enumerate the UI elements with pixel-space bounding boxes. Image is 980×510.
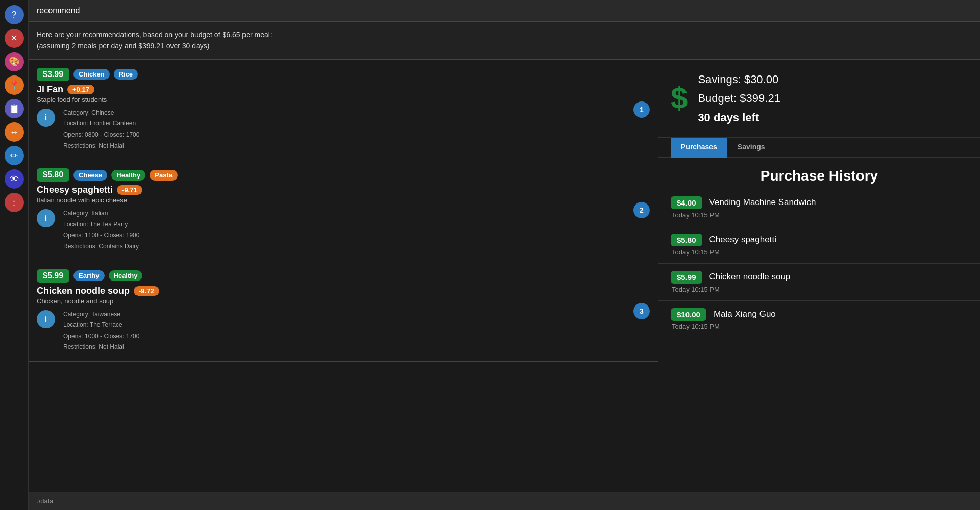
purchase-item-2-name: Chicken noodle soup (709, 272, 791, 282)
budget-info: Savings: $30.00 Budget: $399.21 30 days … (698, 70, 780, 127)
meal-3-desc: Chicken, noodle and soup (37, 297, 650, 305)
meal-card-2: $5.80 Cheese Healthy Pasta Cheesy spaghe… (29, 160, 658, 261)
chat-input-area (29, 0, 980, 22)
meal-3-details: i Category: Taiwanese Location: The Terr… (37, 309, 650, 353)
palette-icon[interactable]: 🎨 (5, 52, 24, 71)
pin-icon[interactable]: 📍 (5, 75, 24, 95)
question-icon[interactable]: ? (5, 5, 24, 24)
bottom-path: .\data (37, 497, 54, 505)
purchase-item-0: $4.00 Vending Machine Sandwich Today 10:… (658, 189, 980, 226)
purchase-item-2-time: Today 10:15 PM (672, 286, 968, 293)
budget-section: $ Savings: $30.00 Budget: $399.21 30 day… (658, 60, 980, 138)
meal-2-number: 2 (633, 202, 650, 218)
tab-savings[interactable]: Savings (727, 138, 775, 158)
meal-2-location: Location: The Tea Party (63, 219, 139, 231)
meal-2-price: $5.80 (37, 168, 69, 182)
meal-1-location: Location: Frontier Canteen (63, 118, 139, 130)
meal-3-info-icon[interactable]: i (37, 310, 55, 328)
close-icon[interactable]: ✕ (5, 29, 24, 48)
bottom-bar: .\data (29, 492, 980, 510)
budget-line: Budget: $399.21 (698, 89, 780, 108)
response-line2: (assuming 2 meals per day and $399.21 ov… (37, 40, 972, 52)
meal-1-score: +0.17 (67, 85, 94, 94)
meal-3-location: Location: The Terrace (63, 320, 139, 331)
purchase-item-0-name: Vending Machine Sandwich (709, 197, 816, 208)
meal-1-tag-chicken: Chicken (74, 69, 110, 80)
meal-2-category: Category: Italian (63, 208, 139, 219)
purchase-item-1-time: Today 10:15 PM (672, 248, 968, 256)
meal-1-name: Ji Fan +0.17 (37, 84, 650, 95)
purchase-history-title: Purchase History (658, 158, 980, 189)
meal-2-hours: Opens: 1100 - Closes: 1900 (63, 230, 139, 241)
purchase-item-0-price: $4.00 (671, 196, 702, 209)
meal-2-details: i Category: Italian Location: The Tea Pa… (37, 208, 650, 252)
meal-card-2-header: $5.80 Cheese Healthy Pasta (37, 168, 650, 182)
meal-2-restrictions: Restrictions: Contains Dairy (63, 241, 139, 252)
meal-1-info-icon[interactable]: i (37, 109, 55, 127)
meal-3-price: $5.99 (37, 269, 69, 283)
main-content: Here are your recommendations, based on … (29, 0, 980, 510)
meal-1-number: 1 (633, 101, 650, 118)
response-area: Here are your recommendations, based on … (29, 22, 980, 60)
response-line1: Here are your recommendations, based on … (37, 29, 972, 40)
meal-2-desc: Italian noodle with epic cheese (37, 196, 650, 204)
purchase-item-1-top: $5.80 Cheesy spaghetti (671, 234, 968, 246)
purchase-item-3-top: $10.00 Mala Xiang Guo (671, 308, 968, 321)
savings-label: Savings: (698, 73, 741, 86)
dollar-icon: $ (671, 83, 688, 114)
right-panel: $ Savings: $30.00 Budget: $399.21 30 day… (658, 60, 980, 492)
purchase-item-2-top: $5.99 Chicken noodle soup (671, 271, 968, 284)
meal-2-info-icon[interactable]: i (37, 209, 55, 227)
meal-1-restrictions: Restrictions: Not Halal (63, 141, 139, 152)
meal-3-tag-earthy: Earthy (74, 270, 104, 281)
meal-2-tag-healthy: Healthy (111, 170, 145, 181)
purchase-item-2-price: $5.99 (671, 271, 702, 284)
meal-1-tag-rice: Rice (114, 69, 138, 80)
purchase-item-1-name: Cheesy spaghetti (709, 235, 776, 245)
arrow-icon[interactable]: ↕ (5, 193, 24, 212)
content-split: $3.99 Chicken Rice Ji Fan +0.17 Staple f… (29, 60, 980, 492)
meal-3-info-text: Category: Taiwanese Location: The Terrac… (63, 309, 139, 353)
days-left: 30 days left (698, 108, 780, 127)
list-icon[interactable]: 📋 (5, 99, 24, 118)
meal-3-name: Chicken noodle soup -9.72 (37, 286, 650, 296)
meal-3-restrictions: Restrictions: Not Halal (63, 342, 139, 353)
meal-card-1-header: $3.99 Chicken Rice (37, 68, 650, 81)
purchase-item-0-top: $4.00 Vending Machine Sandwich (671, 196, 968, 209)
purchase-item-0-time: Today 10:15 PM (672, 211, 968, 219)
meal-1-category: Category: Chinese (63, 108, 139, 119)
purchase-item-3-price: $10.00 (671, 308, 706, 321)
meal-3-hours: Opens: 1000 - Closes: 1700 (63, 331, 139, 342)
tabs: Purchases Savings (658, 138, 980, 158)
edit-icon[interactable]: ✏ (5, 146, 24, 165)
budget-value: $399.21 (740, 92, 780, 105)
purchase-item-1: $5.80 Cheesy spaghetti Today 10:15 PM (658, 226, 980, 264)
swap-icon[interactable]: ↔ (5, 122, 24, 142)
meal-card-3-header: $5.99 Earthy Healthy (37, 269, 650, 283)
budget-label: Budget: (698, 92, 737, 105)
meal-3-number: 3 (633, 303, 650, 319)
meal-1-hours: Opens: 0800 - Closes: 1700 (63, 130, 139, 141)
meal-2-tag-pasta: Pasta (150, 170, 178, 181)
meal-2-name: Cheesy spaghetti -9.71 (37, 185, 650, 195)
meal-1-details: i Category: Chinese Location: Frontier C… (37, 108, 650, 151)
purchase-item-1-price: $5.80 (671, 234, 702, 246)
meal-3-tag-healthy: Healthy (109, 270, 143, 281)
savings-line: Savings: $30.00 (698, 70, 780, 89)
purchase-item-3-name: Mala Xiang Guo (714, 309, 776, 319)
purchase-item-2: $5.99 Chicken noodle soup Today 10:15 PM (658, 264, 980, 301)
eye-icon[interactable]: 👁 (5, 169, 24, 189)
purchase-item-3: $10.00 Mala Xiang Guo Today 10:15 PM (658, 301, 980, 338)
meal-3-score: -9.72 (134, 286, 159, 296)
meal-1-price: $3.99 (37, 68, 69, 81)
meal-3-category: Category: Taiwanese (63, 309, 139, 320)
savings-value: $30.00 (744, 73, 778, 86)
purchase-item-3-time: Today 10:15 PM (672, 323, 968, 330)
chat-input[interactable] (37, 6, 972, 15)
meal-2-score: -9.71 (117, 185, 142, 195)
meal-1-info-text: Category: Chinese Location: Frontier Can… (63, 108, 139, 151)
tab-purchases[interactable]: Purchases (671, 138, 727, 158)
meal-2-tag-cheese: Cheese (74, 170, 107, 181)
sidebar: ?✕🎨📍📋↔✏👁↕ (0, 0, 29, 510)
meal-2-info-text: Category: Italian Location: The Tea Part… (63, 208, 139, 252)
